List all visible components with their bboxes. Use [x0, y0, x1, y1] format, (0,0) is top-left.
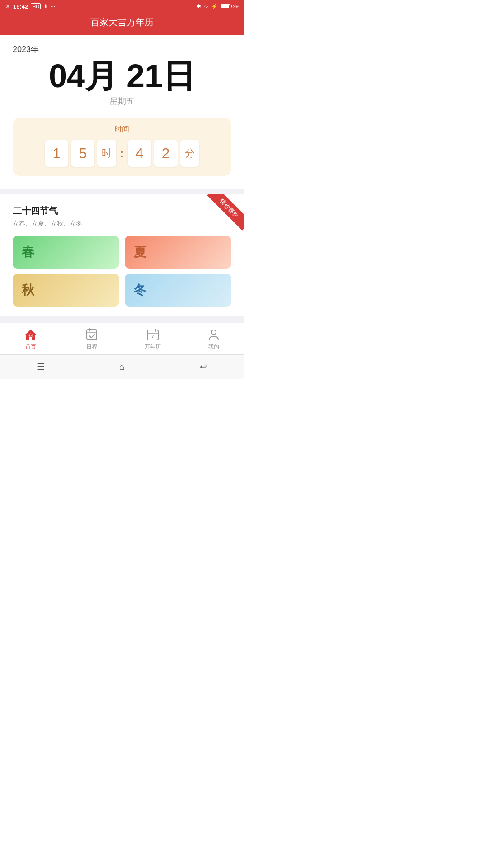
season-spring[interactable]: 春 — [13, 236, 119, 269]
svg-rect-4 — [87, 330, 97, 340]
solar-title: 二十四节气 — [13, 205, 231, 217]
time-colon: : — [120, 146, 124, 160]
nav-home[interactable]: 首页 — [0, 328, 61, 351]
nav-schedule[interactable]: 日程 — [61, 328, 122, 351]
seasons-grid: 春 夏 秋 冬 — [13, 236, 231, 307]
main-content: 2023年 04月 21日 星期五 时间 1 5 时 : 4 2 分 — [0, 35, 244, 176]
solar-subtitle: 立春、立夏、立秋、立冬 — [13, 220, 231, 228]
date-display: 04月 21日 — [13, 58, 231, 94]
bluetooth-icon: ✱ — [197, 3, 201, 9]
season-winter[interactable]: 冬 — [125, 274, 231, 307]
nav-schedule-label: 日程 — [86, 343, 97, 351]
svg-text:7: 7 — [151, 334, 154, 339]
status-right: ✱ ∿ ⚡ 99 — [197, 3, 239, 9]
season-summer[interactable]: 夏 — [125, 236, 231, 269]
home-button[interactable]: ⌂ — [114, 359, 130, 375]
status-bar: ✕ 15:42 HD ⬆ ··· ✱ ∿ ⚡ 99 — [0, 0, 244, 13]
section-divider — [0, 189, 244, 194]
schedule-icon — [85, 328, 99, 341]
dots-icon: ··· — [51, 3, 55, 9]
ribbon-badge: 猜你喜欢 — [203, 194, 244, 235]
nav-calendar[interactable]: 7 万年历 — [122, 328, 183, 351]
home-icon — [24, 328, 38, 341]
spring-label: 春 — [22, 244, 34, 261]
status-time: 15:42 — [13, 3, 28, 10]
profile-icon — [207, 328, 221, 341]
min-digit-1: 4 — [128, 140, 151, 167]
menu-button[interactable]: ☰ — [33, 359, 49, 375]
autumn-label: 秋 — [22, 282, 34, 299]
hour-unit: 时 — [97, 140, 116, 167]
nav-profile[interactable]: 我的 — [183, 328, 244, 351]
svg-point-3 — [31, 335, 32, 335]
bottom-nav: 首页 日程 7 万年历 — [0, 323, 244, 354]
time-label: 时间 — [22, 125, 222, 134]
year-label: 2023年 — [13, 44, 231, 55]
svg-point-13 — [211, 330, 216, 335]
calendar-icon: 7 — [146, 328, 160, 341]
battery-fill — [221, 5, 229, 8]
solar-section: 猜你喜欢 二十四节气 立春、立夏、立秋、立冬 春 夏 秋 冬 — [0, 194, 244, 316]
wifi-icon: ∿ — [204, 3, 208, 9]
bottom-spacer — [0, 316, 244, 323]
close-icon: ✕ — [5, 3, 10, 10]
app-header: 百家大吉万年历 — [0, 13, 244, 35]
min-digit-2: 2 — [154, 140, 178, 167]
hd-icon: HD — [31, 3, 41, 9]
time-digits: 1 5 时 : 4 2 分 — [22, 140, 222, 167]
system-nav-bar: ☰ ⌂ ↩ — [0, 354, 244, 379]
status-left: ✕ 15:42 HD ⬆ ··· — [5, 3, 55, 10]
hour-digit-1: 1 — [45, 140, 68, 167]
season-autumn[interactable]: 秋 — [13, 274, 119, 307]
winter-label: 冬 — [134, 282, 146, 299]
time-card: 时间 1 5 时 : 4 2 分 — [13, 118, 231, 176]
ribbon-text: 猜你喜欢 — [207, 194, 244, 231]
svg-point-2 — [29, 335, 30, 335]
summer-label: 夏 — [134, 244, 146, 261]
nav-profile-label: 我的 — [208, 343, 219, 351]
nav-calendar-label: 万年历 — [145, 343, 161, 351]
signal-icon: ⬆ — [43, 3, 48, 9]
nav-home-label: 首页 — [25, 343, 36, 351]
back-button[interactable]: ↩ — [195, 359, 211, 375]
battery-icon — [221, 4, 230, 9]
hour-digit-2: 5 — [71, 140, 94, 167]
app-title: 百家大吉万年历 — [0, 16, 244, 28]
min-unit: 分 — [180, 140, 199, 167]
weekday-label: 星期五 — [13, 96, 231, 107]
battery-percent: 99 — [233, 4, 239, 9]
charge-icon: ⚡ — [211, 3, 218, 9]
